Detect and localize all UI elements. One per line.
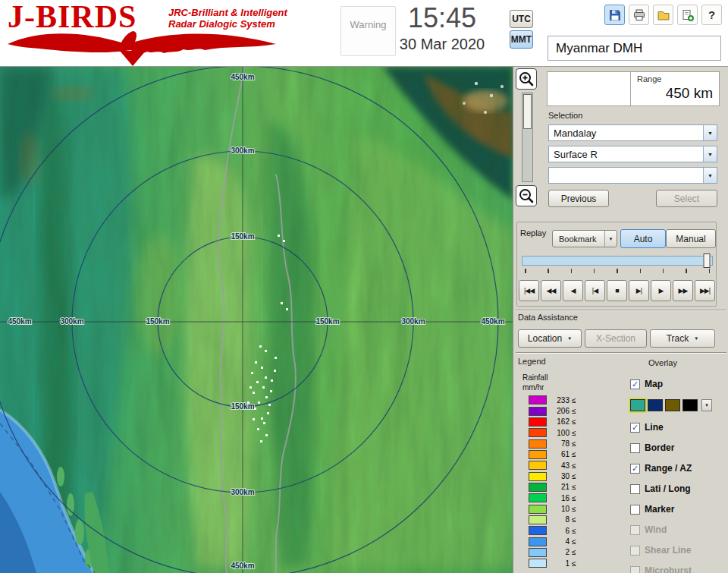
overlay-list: ✓Map▼✓LineBorder✓Range / AZLati / LongMa… [630,370,727,573]
checkbox-border[interactable] [630,443,640,453]
slider-tick [617,269,618,273]
bookmark-button[interactable]: Bookmark ▼ [552,230,617,247]
checkbox-marker[interactable] [630,505,640,515]
range-info: Range 450 km [631,72,719,105]
radar-map[interactable]: 150km150km150km150km300km300km300km300km… [0,67,513,573]
save-icon [608,8,622,22]
legend-le-symbol: ≤ [572,439,576,448]
legend-value: 78 [550,439,570,448]
chevron-down-icon[interactable]: ▼ [703,146,717,162]
legend-row: 61≤ [529,449,576,460]
station-name: Myanmar DMH [548,36,721,61]
radar-echo [265,376,267,379]
legend-swatch [529,439,547,449]
extra-dropdown[interactable]: ▼ [548,167,717,184]
utc-button[interactable]: UTC [510,10,533,28]
chevron-down-icon[interactable]: ▼ [703,168,717,183]
radar-echo [283,240,285,242]
zoom-out-icon [518,187,535,204]
legend-le-symbol: ≤ [572,515,576,524]
map-color-swatch[interactable] [665,399,680,411]
site-dropdown[interactable]: Mandalay ▼ [548,124,717,141]
radar-echo [260,440,262,442]
manual-button[interactable]: Manual [666,229,716,248]
legend-row: 30≤ [529,471,576,481]
legend-le-symbol: ≤ [572,472,576,480]
legend-unit-mmhr: mm/hr [522,383,544,392]
slider-tick [548,269,549,273]
legend-row: 43≤ [529,460,576,471]
checkbox-range-az[interactable]: ✓ [630,464,640,474]
checkbox-line[interactable]: ✓ [630,423,640,433]
legend-value: 16 [550,494,570,502]
save-button[interactable] [604,5,625,25]
radar-echo [265,434,268,436]
radar-echo [261,417,263,420]
slider-tick [525,269,526,273]
time-slider[interactable] [522,256,713,266]
radar-echo [257,428,259,430]
legend-value: 206 [550,407,570,415]
data-assistance-label: Data Assistance [518,313,578,322]
auto-button[interactable]: Auto [620,229,666,248]
slider-tick [571,269,573,273]
radar-echo [255,361,257,364]
legend-row: 16≤ [529,493,576,503]
play-reverse-button[interactable]: ◀ [563,280,583,301]
open-button[interactable] [653,5,673,25]
legend-row: 21≤ [529,482,576,493]
help-button[interactable]: ? [701,5,722,25]
step-back-button[interactable]: |◀ [585,280,605,301]
play-button[interactable]: ▶ [651,280,671,301]
product-dropdown[interactable]: Surface R ▼ [548,146,717,162]
chevron-down-icon: ▼ [604,231,617,247]
previous-button[interactable]: Previous [548,190,609,207]
select-button[interactable]: Select [656,190,717,207]
print-button[interactable] [629,5,649,25]
legend-value: 100 [550,429,570,437]
zoom-scrollbar[interactable] [522,93,533,182]
radar-echo [265,396,268,398]
radar-echo [267,412,269,414]
map-color-dropdown-button[interactable]: ▼ [701,399,712,411]
xsection-button[interactable]: X-Section [585,329,647,348]
track-button[interactable]: Track ▼ [650,329,715,348]
zoom-in-button[interactable] [516,68,537,90]
ring-label: 150km [146,317,169,326]
location-button[interactable]: Location ▼ [518,329,582,348]
export-button[interactable] [677,5,698,25]
ring-label: 450km [231,562,254,570]
main-area: 150km150km150km150km300km300km300km300km… [0,67,728,573]
checkbox-map[interactable]: ✓ [630,379,640,389]
legend-row: 233≤ [529,395,576,405]
overlay-item-wind: Wind [630,522,727,537]
legend-value: 43 [550,461,570,470]
mmt-button[interactable]: MMT [510,30,533,49]
step-forward-button[interactable]: ▶| [629,280,649,301]
ring-label: 300km [60,317,83,326]
chevron-down-icon[interactable]: ▼ [703,125,717,140]
ring-label: 300km [401,317,425,326]
legend-value: 21 [550,483,570,491]
zoom-scrollbar-thumb[interactable] [523,94,532,129]
stop-button[interactable]: ■ [607,280,627,301]
zoom-controls [516,68,538,206]
overlay-label: Line [645,422,664,433]
map-color-swatch[interactable] [648,399,663,411]
first-button[interactable]: |◀◀ [519,280,539,301]
fast-rewind-button[interactable]: ◀◀ [541,280,561,301]
fast-forward-button[interactable]: ▶▶ [673,280,693,301]
legend-row: 6≤ [529,525,576,536]
selection-label: Selection [548,111,582,120]
map-color-swatch[interactable] [630,399,645,411]
divider [516,310,726,311]
slider-thumb[interactable] [703,253,710,268]
replay-label: Replay [520,228,546,238]
last-button[interactable]: ▶▶| [695,280,715,301]
overlay-label: Lati / Long [645,483,691,494]
zoom-out-button[interactable] [516,185,537,206]
checkbox-lati-long[interactable] [630,484,640,494]
slider-tick [640,269,642,273]
slider-tick [686,269,687,273]
map-color-swatch[interactable] [682,399,698,411]
